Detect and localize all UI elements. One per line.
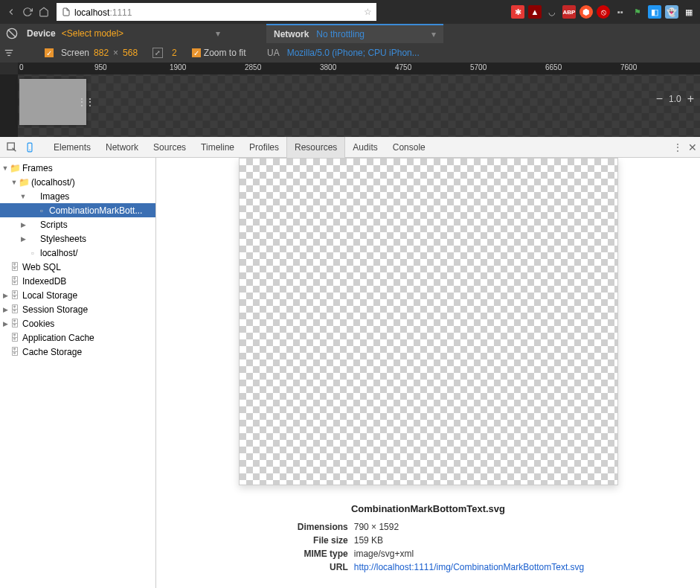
screen-label: Screen (61, 48, 89, 58)
browser-toolbar: localhost:1111 ☆ ✱ ▲ ◡ ABP ⬢ ⦸ ▪▪ ⚑ ◧ 👻 … (0, 0, 700, 24)
swap-dimensions-icon[interactable]: ⤢ (152, 48, 163, 58)
address-text: localhost:1111 (74, 7, 361, 18)
device-viewport-area: 09501900285038004750570066507600 ⋮⋮ − 1.… (0, 63, 700, 137)
tree-sessionstorage[interactable]: ▶🗄Session Storage (0, 302, 155, 316)
screen-width[interactable]: 882 (94, 48, 109, 58)
bookmark-star-icon[interactable]: ☆ (364, 7, 372, 17)
vertical-ruler (0, 74, 18, 137)
toggle-device-mode-icon[interactable] (21, 138, 39, 156)
tree-frames[interactable]: ▼📁Frames (0, 161, 155, 175)
back-icon[interactable] (4, 5, 18, 19)
ruler-tick: 3800 (320, 63, 336, 71)
zoom-checkbox[interactable]: ✓ (192, 48, 201, 57)
tree-scripts-folder[interactable]: ▶Scripts (0, 217, 155, 231)
devtools-tabs: ElementsNetworkSourcesTimelineProfilesRe… (46, 137, 433, 158)
tab-sources[interactable]: Sources (146, 137, 193, 158)
tree-stylesheets-folder[interactable]: ▶Stylesheets (0, 231, 155, 246)
emulated-page[interactable]: ⋮⋮ (19, 79, 86, 125)
ext-abp-icon[interactable]: ABP (562, 5, 576, 19)
devtools-close-icon[interactable]: ✕ (688, 141, 697, 153)
reload-icon[interactable] (21, 5, 34, 19)
ruler-tick: 950 (94, 63, 107, 71)
ruler-tick: 6650 (545, 63, 562, 71)
ruler-tick: 7600 (620, 63, 637, 71)
tree-cookies[interactable]: ▶🗄Cookies (0, 316, 155, 330)
meta-dimensions-label: Dimensions (272, 522, 354, 532)
tree-localhost-folder[interactable]: ▼📁(localhost/) (0, 175, 155, 189)
tab-profiles[interactable]: Profiles (242, 137, 286, 158)
ext-pixel-icon[interactable]: ▦ (682, 5, 696, 19)
resource-filename: CombinationMarkBottomText.svg (351, 503, 505, 514)
ruler-tick: 1900 (170, 63, 186, 71)
tree-localstorage[interactable]: ▶🗄Local Storage (0, 288, 155, 302)
ext-shield-icon[interactable]: ⬢ (579, 5, 593, 19)
ua-value[interactable]: Mozilla/5.0 (iPhone; CPU iPhon... (287, 48, 420, 58)
devtools-tabbar: ElementsNetworkSourcesTimelineProfilesRe… (0, 137, 700, 158)
ruler-tick: 4750 (395, 63, 411, 71)
image-preview (239, 158, 618, 485)
ua-label: UA (267, 48, 280, 58)
tree-images-folder[interactable]: ▼Images (0, 189, 155, 203)
tree-appcache[interactable]: 🗄Application Cache (0, 330, 155, 345)
page-icon (61, 7, 71, 17)
ext-adobe-icon[interactable]: ▲ (528, 5, 542, 19)
home-icon[interactable] (37, 5, 51, 19)
tree-cachestorage[interactable]: 🗄Cache Storage (0, 345, 155, 359)
meta-url-value[interactable]: http://localhost:1111/img/CombinationMar… (354, 562, 584, 572)
ext-star-icon[interactable]: ✱ (511, 5, 524, 19)
ext-lastfm-icon[interactable]: ▪▪ (614, 5, 627, 19)
tab-console[interactable]: Console (385, 137, 433, 158)
tree-indexeddb[interactable]: 🗄IndexedDB (0, 274, 155, 288)
zoom-in-button[interactable]: + (687, 92, 694, 106)
svg-line-1 (8, 30, 16, 38)
device-label: Device (27, 28, 56, 39)
ruler-tick: 2850 (245, 63, 261, 71)
tree-localhost-file[interactable]: ▫localhost/ (0, 246, 155, 260)
tab-resources[interactable]: Resources (286, 137, 345, 158)
ext-ublock-icon[interactable]: ⦸ (597, 5, 610, 19)
meta-filesize-label: File size (272, 535, 354, 546)
address-bar[interactable]: localhost:1111 ☆ (57, 3, 376, 21)
times-symbol: × (113, 48, 118, 58)
tab-timeline[interactable]: Timeline (193, 137, 242, 158)
meta-mime-value: image/svg+xml (354, 549, 414, 559)
resize-handle-icon[interactable]: ⋮⋮ (82, 79, 88, 125)
zoom-value: 1.0 (669, 94, 681, 104)
resources-sidebar: ▼📁Frames ▼📁(localhost/) ▼Images ▫Combina… (0, 158, 156, 588)
tree-selected-image[interactable]: ▫CombinationMarkBott... (0, 203, 155, 217)
network-label: Network (274, 29, 309, 39)
screen-size-control: ✓ Screen 882 × 568 ⤢ 2 (45, 48, 177, 58)
inspect-element-icon[interactable] (3, 138, 21, 156)
ext-flag-icon[interactable]: ⚑ (631, 5, 644, 19)
zoom-control: − 1.0 + (656, 92, 694, 106)
tab-network[interactable]: Network (98, 137, 146, 158)
ruler-tick: 0 (19, 63, 24, 71)
devtools-menu-icon[interactable]: ⋮ (673, 142, 682, 153)
horizontal-ruler: 09501900285038004750570066507600 (18, 63, 700, 74)
device-model-select[interactable]: <Select model> (62, 28, 220, 39)
tab-elements[interactable]: Elements (46, 137, 98, 158)
ruler-tick: 5700 (470, 63, 487, 71)
media-queries-icon[interactable] (0, 44, 18, 62)
network-throttling-select[interactable]: Network No throttling (266, 24, 443, 43)
meta-dimensions-value: 790 × 1592 (354, 522, 399, 532)
ext-ghostery-icon[interactable]: 👻 (665, 5, 678, 19)
zoom-out-button[interactable]: − (656, 92, 663, 106)
ext-tab-icon[interactable]: ◧ (648, 5, 661, 19)
screen-checkbox[interactable]: ✓ (45, 48, 54, 57)
tree-websql[interactable]: 🗄Web SQL (0, 260, 155, 274)
extension-strip: ✱ ▲ ◡ ABP ⬢ ⦸ ▪▪ ⚑ ◧ 👻 ▦ (511, 5, 696, 19)
no-entry-icon[interactable] (3, 25, 21, 42)
devtools-body: ▼📁Frames ▼📁(localhost/) ▼Images ▫Combina… (0, 158, 700, 588)
screen-height[interactable]: 568 (123, 48, 138, 58)
meta-url-label: URL (272, 562, 354, 572)
meta-mime-label: MIME type (272, 549, 354, 559)
dpr-value[interactable]: 2 (172, 48, 177, 58)
ext-pocket-icon[interactable]: ◡ (545, 5, 559, 19)
emulated-viewport: ⋮⋮ (18, 74, 700, 137)
zoom-to-fit-control: ✓ Zoom to fit (192, 48, 246, 58)
meta-filesize-value: 159 KB (354, 535, 383, 546)
resource-metadata: Dimensions790 × 1592 File size159 KB MIM… (272, 520, 584, 574)
device-mode-toolbar: Device <Select model> Network No throttl… (0, 24, 700, 63)
tab-audits[interactable]: Audits (345, 137, 385, 158)
